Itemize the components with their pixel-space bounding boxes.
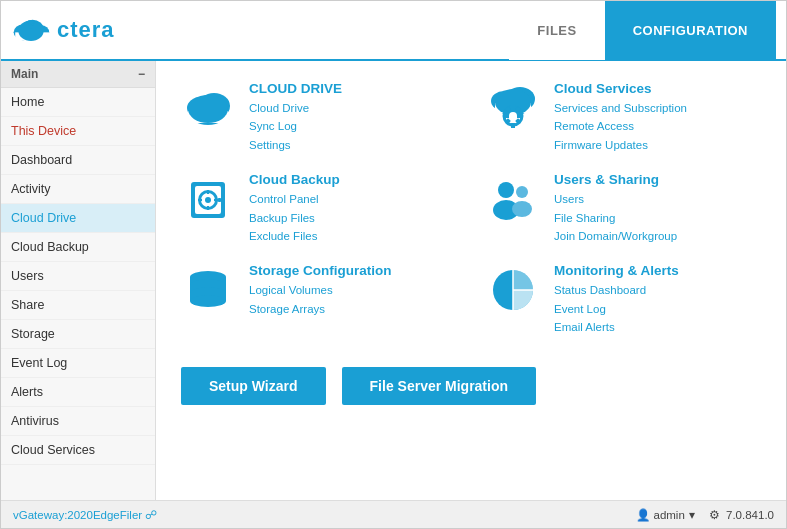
sidebar-item-activity[interactable]: Activity [1,175,155,204]
configuration-nav-button[interactable]: CONFIGURATION [605,0,776,60]
cloud-backup-icon [181,172,235,226]
sidebar-section-header: Main − [1,61,155,88]
header-nav: FILES CONFIGURATION [509,1,776,59]
footer-right: 👤 admin ▾ ⚙ 7.0.841.0 [636,508,775,522]
module-info-cloud-services: Cloud Services Services and Subscription… [554,81,761,154]
module-link-cloud-backup-1[interactable]: Control Panel [249,190,456,208]
module-title-monitoring-alerts: Monitoring & Alerts [554,263,761,278]
module-card-cloud-drive[interactable]: CLOUD DRIVE Cloud Drive Sync Log Setting… [181,81,456,154]
footer-username: admin [654,509,685,521]
svg-point-30 [205,197,211,203]
sidebar-item-home[interactable]: Home [1,88,155,117]
module-link-users-sharing-3[interactable]: Join Domain/Workgroup [554,227,761,245]
module-title-users-sharing: Users & Sharing [554,172,761,187]
footer-gateway: vGateway:2020EdgeFiler ☍ [13,508,157,522]
setup-wizard-button[interactable]: Setup Wizard [181,367,326,405]
monitoring-alerts-icon [486,263,540,317]
footer-user: 👤 admin ▾ [636,508,695,522]
module-card-cloud-backup[interactable]: Cloud Backup Control Panel Backup Files … [181,172,456,245]
logo-area: ctera [11,15,115,45]
module-info-cloud-backup: Cloud Backup Control Panel Backup Files … [249,172,456,245]
sidebar-item-cloud-backup[interactable]: Cloud Backup [1,233,155,262]
storage-config-icon [181,263,235,317]
footer-user-dropdown[interactable]: ▾ [689,508,695,522]
svg-point-5 [29,25,32,28]
svg-rect-31 [207,190,209,194]
svg-rect-35 [217,198,222,202]
module-card-cloud-services[interactable]: Cloud Services Services and Subscription… [486,81,761,154]
svg-rect-32 [207,206,209,210]
svg-point-10 [188,95,228,123]
module-link-cloud-services-2[interactable]: Remote Access [554,117,761,135]
modules-grid: CLOUD DRIVE Cloud Drive Sync Log Setting… [181,81,761,337]
sidebar-item-this-device[interactable]: This Device [1,117,155,146]
module-card-monitoring-alerts[interactable]: Monitoring & Alerts Status Dashboard Eve… [486,263,761,336]
footer: vGateway:2020EdgeFiler ☍ 👤 admin ▾ ⚙ 7.0… [1,500,786,528]
module-link-storage-config-1[interactable]: Logical Volumes [249,281,456,299]
sidebar-item-users[interactable]: Users [1,262,155,291]
svg-rect-19 [511,123,515,128]
users-sharing-icon [486,172,540,226]
module-link-storage-config-2[interactable]: Storage Arrays [249,300,456,318]
module-info-users-sharing: Users & Sharing Users File Sharing Join … [554,172,761,245]
file-server-migration-button[interactable]: File Server Migration [342,367,536,405]
footer-gateway-link-icon: ☍ [145,509,157,521]
module-link-users-sharing-1[interactable]: Users [554,190,761,208]
main-content: CLOUD DRIVE Cloud Drive Sync Log Setting… [156,61,786,500]
module-link-cloud-services-1[interactable]: Services and Subscription [554,99,761,117]
svg-point-38 [516,186,528,198]
sidebar: Main − Home This Device Dashboard Activi… [1,61,156,500]
cloud-services-icon [486,81,540,135]
sidebar-item-storage[interactable]: Storage [1,320,155,349]
sidebar-item-alerts[interactable]: Alerts [1,378,155,407]
svg-point-36 [498,182,514,198]
module-link-monitoring-alerts-3[interactable]: Email Alerts [554,318,761,336]
sidebar-item-share[interactable]: Share [1,291,155,320]
logo-icon [11,15,51,45]
logo-text: ctera [57,17,115,43]
body-layout: Main − Home This Device Dashboard Activi… [1,61,786,500]
files-nav-button[interactable]: FILES [509,0,604,60]
module-link-cloud-services-3[interactable]: Firmware Updates [554,136,761,154]
module-info-cloud-drive: CLOUD DRIVE Cloud Drive Sync Log Setting… [249,81,456,154]
module-link-cloud-drive-1[interactable]: Cloud Drive [249,99,456,117]
module-link-cloud-drive-2[interactable]: Sync Log [249,117,456,135]
sidebar-item-cloud-services[interactable]: Cloud Services [1,436,155,465]
svg-point-39 [512,201,532,217]
svg-rect-21 [517,114,522,118]
svg-rect-33 [198,199,202,201]
sidebar-section-label: Main [11,67,38,81]
sidebar-item-cloud-drive[interactable]: Cloud Drive [1,204,155,233]
module-link-monitoring-alerts-2[interactable]: Event Log [554,300,761,318]
header: ctera FILES CONFIGURATION [1,1,786,61]
module-link-cloud-drive-3[interactable]: Settings [249,136,456,154]
module-link-cloud-backup-3[interactable]: Exclude Files [249,227,456,245]
svg-point-46 [190,295,226,307]
module-title-cloud-backup: Cloud Backup [249,172,456,187]
buttons-row: Setup Wizard File Server Migration [181,367,761,405]
module-card-storage-config[interactable]: Storage Configuration Logical Volumes St… [181,263,456,336]
sidebar-section-toggle[interactable]: − [138,67,145,81]
module-card-users-sharing[interactable]: Users & Sharing Users File Sharing Join … [486,172,761,245]
svg-point-17 [509,112,517,120]
svg-rect-20 [504,114,509,118]
module-title-cloud-drive: CLOUD DRIVE [249,81,456,96]
module-info-monitoring-alerts: Monitoring & Alerts Status Dashboard Eve… [554,263,761,336]
user-icon: 👤 [636,508,650,522]
footer-version: ⚙ 7.0.841.0 [709,508,774,522]
gear-icon: ⚙ [709,509,720,521]
module-title-storage-config: Storage Configuration [249,263,456,278]
module-info-storage-config: Storage Configuration Logical Volumes St… [249,263,456,318]
app-container: ctera FILES CONFIGURATION Main − Home Th… [0,0,787,529]
module-link-cloud-backup-2[interactable]: Backup Files [249,209,456,227]
svg-point-15 [495,89,531,115]
svg-rect-18 [511,105,515,110]
cloud-drive-icon [181,81,235,135]
module-link-users-sharing-2[interactable]: File Sharing [554,209,761,227]
sidebar-item-event-log[interactable]: Event Log [1,349,155,378]
sidebar-item-dashboard[interactable]: Dashboard [1,146,155,175]
module-link-monitoring-alerts-1[interactable]: Status Dashboard [554,281,761,299]
module-title-cloud-services: Cloud Services [554,81,761,96]
sidebar-item-antivirus[interactable]: Antivirus [1,407,155,436]
